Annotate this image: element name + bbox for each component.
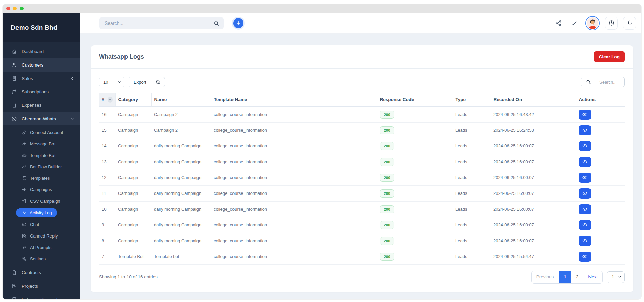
view-log-button[interactable]	[579, 110, 591, 120]
column-header-label: Category	[118, 97, 138, 102]
cell-actions	[576, 122, 625, 138]
view-log-button[interactable]	[579, 157, 591, 167]
zoom-window-button[interactable]	[20, 7, 24, 10]
quick-add-button[interactable]	[233, 18, 243, 28]
sidebar-item-contracts[interactable]: Contracts	[3, 266, 80, 279]
avatar[interactable]	[585, 16, 600, 30]
file-import-icon	[22, 199, 27, 204]
history-button[interactable]	[605, 17, 618, 30]
pagination-2[interactable]: 2	[571, 271, 584, 283]
view-log-button[interactable]	[579, 173, 591, 183]
sidebar-subitem-canned-reply[interactable]: Canned Reply	[3, 230, 80, 242]
sidebar-subitem-chat[interactable]: Chat	[3, 219, 80, 230]
cell-id: 13	[99, 154, 115, 170]
scroll-icon	[22, 176, 27, 181]
pagination-next[interactable]: Next	[583, 271, 602, 283]
cell-template-name: college_course_information	[211, 249, 377, 264]
menu-toggle-icon[interactable]	[86, 19, 93, 27]
cell-category: Campaign	[115, 201, 151, 217]
column-header-type: Type	[453, 93, 491, 106]
view-log-button[interactable]	[579, 204, 591, 214]
cell-name: daily morning Campaign	[151, 233, 211, 249]
sidebar-subitem-label: Templates	[30, 176, 50, 181]
sidebar-item-estimate-request[interactable]: Estimate Request	[3, 293, 80, 299]
topbar	[80, 13, 641, 34]
plus-icon	[236, 20, 241, 26]
cell-recorded-on: 2024-06-25 16:00:07	[491, 233, 576, 249]
cell-type: Leads	[453, 154, 491, 170]
receipt-icon	[11, 76, 17, 81]
response-code-badge: 200	[380, 158, 394, 166]
cell-response-code: 200	[377, 233, 453, 249]
sidebar-item-sales[interactable]: Sales	[3, 72, 80, 85]
sort-toggle[interactable]	[108, 97, 113, 103]
eye-icon	[582, 112, 588, 117]
view-log-button[interactable]	[579, 220, 591, 230]
table-row: 7Template BotTemplate botcollege_course_…	[99, 249, 625, 264]
sidebar-subitem-bot-flow-builder[interactable]: Bot Flow Builder	[3, 161, 80, 172]
view-log-button[interactable]	[579, 252, 591, 262]
cell-template-name: college_course_information	[211, 233, 377, 249]
cell-category: Campaign	[115, 138, 151, 154]
share-nodes-icon[interactable]	[555, 20, 562, 27]
view-log-button[interactable]	[579, 125, 591, 135]
cell-type: Leads	[453, 138, 491, 154]
sidebar-subitem-templates[interactable]: Templates	[3, 172, 80, 184]
refresh-button[interactable]	[151, 77, 165, 87]
sidebar-subitem-label: Activity Log	[30, 210, 52, 215]
cell-category: Campaign	[115, 170, 151, 185]
sidebar-subitem-csv-campaign[interactable]: CSV Campaign	[3, 195, 80, 207]
global-search-input[interactable]	[99, 17, 224, 29]
pagination-1[interactable]: 1	[559, 271, 571, 283]
sidebar-item-projects[interactable]: Projects	[3, 279, 80, 293]
column-header-actions: Actions	[576, 93, 625, 106]
file-lines-icon	[11, 102, 17, 108]
export-button[interactable]: Export	[129, 77, 151, 87]
cell-actions	[576, 106, 625, 122]
table-header-row: #CategoryNameTemplate NameResponse CodeT…	[99, 93, 625, 106]
sidebar-item-label: Contracts	[22, 270, 41, 275]
table-row: 11Campaigndaily morning Campaigncollege_…	[99, 185, 625, 201]
sidebar-item-subscriptions[interactable]: Subscriptions	[3, 85, 80, 98]
column-header-recorded-on: Recorded On	[491, 93, 576, 106]
response-code-badge: 200	[380, 142, 394, 150]
eye-icon	[582, 190, 588, 196]
cell-category: Campaign	[115, 233, 151, 249]
sidebar-subitem-settings[interactable]: Settings	[3, 253, 80, 264]
cell-id: 11	[99, 185, 115, 201]
sidebar-subitem-message-bot[interactable]: Message Bot	[3, 138, 80, 149]
view-log-button[interactable]	[579, 188, 591, 199]
sidebar-subitem-template-bot[interactable]: Template Bot	[3, 149, 80, 161]
page-jump-select[interactable]: 1	[607, 271, 625, 283]
clear-log-button[interactable]: Clear Log	[594, 51, 625, 62]
response-code-badge: 200	[380, 189, 394, 198]
search-icon[interactable]	[213, 20, 219, 26]
sidebar-item-dashboard[interactable]: Dashboard	[3, 45, 80, 58]
sidebar-item-expenses[interactable]: Expenses	[3, 98, 80, 112]
table-search-button[interactable]	[581, 77, 596, 87]
sidebar-item-chearaan-whats[interactable]: Chearaan-Whats	[3, 112, 80, 125]
cell-template-name: college_course_information	[211, 154, 377, 170]
close-window-button[interactable]	[6, 7, 10, 10]
cell-id: 10	[99, 201, 115, 217]
sidebar-subitem-activity-log[interactable]: Activity Log	[16, 208, 57, 217]
cell-id: 7	[99, 249, 115, 264]
cell-name: Template bot	[151, 249, 211, 264]
sidebar-item-customers[interactable]: Customers	[3, 58, 80, 72]
sidebar-subitem-connect-account[interactable]: Connect Account	[3, 127, 80, 138]
sidebar-item-label: Chearaan-Whats	[22, 116, 56, 121]
eye-icon	[582, 222, 588, 228]
table-row: 16CampaignCampaign 2college_course_infor…	[99, 106, 625, 122]
cell-name: daily morning Campaign	[151, 170, 211, 185]
view-log-button[interactable]	[579, 236, 591, 246]
view-log-button[interactable]	[579, 141, 591, 151]
table-search-input[interactable]	[596, 77, 625, 87]
response-code-badge: 200	[380, 237, 394, 245]
entries-per-page-select[interactable]: 10	[99, 77, 124, 87]
sidebar-subitem-ai-prompts[interactable]: AI Prompts	[3, 242, 80, 253]
notifications-button[interactable]	[623, 17, 636, 30]
minimize-window-button[interactable]	[13, 7, 17, 10]
sidebar-subitem-campaigns[interactable]: Campaigns	[3, 184, 80, 195]
cell-name: daily morning Campaign	[151, 138, 211, 154]
check-icon[interactable]	[571, 20, 577, 27]
